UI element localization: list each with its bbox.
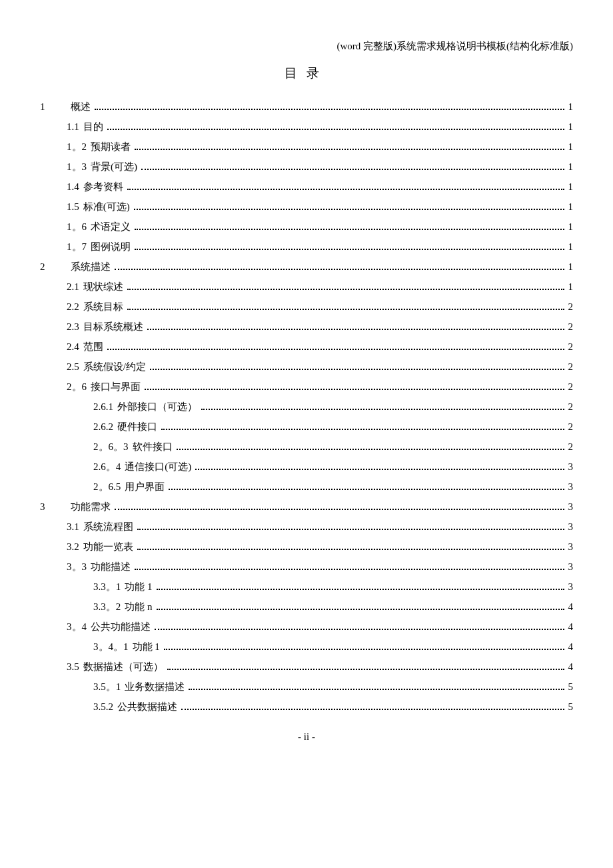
toc-entry-number: 2。6.5: [93, 477, 121, 497]
toc-entry[interactable]: 3.2功能一览表3: [67, 537, 573, 557]
toc-entry-title: 软件接口: [133, 437, 173, 457]
toc-entry[interactable]: 1.1目的1: [67, 117, 573, 137]
toc-entry-page: 5: [568, 677, 574, 697]
toc-entry[interactable]: 3。4公共功能描述4: [67, 617, 573, 637]
toc-entry[interactable]: 3.5数据描述（可选）4: [67, 657, 573, 677]
toc-entry-title: 系统目标: [83, 297, 123, 317]
toc-entry[interactable]: 3。3功能描述3: [67, 557, 573, 577]
toc-leader-dots: [201, 401, 564, 410]
toc-entry-title: 系统描述: [71, 257, 111, 277]
toc-entry-page: 2: [568, 297, 574, 317]
toc-entry[interactable]: 2.6。4通信接口(可选)3: [93, 457, 573, 477]
toc-leader-dots: [157, 601, 564, 610]
toc-entry-number: 2.4: [67, 337, 79, 357]
toc-entry-page: 3: [568, 557, 574, 577]
toc-entry[interactable]: 2.1现状综述1: [67, 277, 573, 297]
toc-leader-dots: [169, 481, 564, 490]
toc-entry-page: 2: [568, 417, 574, 437]
toc-entry[interactable]: 2.3目标系统概述2: [67, 317, 573, 337]
toc-entry-title: 概述: [71, 97, 91, 117]
toc-entry-title: 背景(可选): [91, 157, 137, 177]
toc-entry-page: 1: [568, 237, 574, 257]
toc-entry-title: 功能一览表: [83, 537, 133, 557]
toc-entry-number: 2.2: [67, 297, 79, 317]
toc-title: 目录: [40, 65, 573, 82]
toc-entry-number: 2.6。4: [93, 457, 121, 477]
toc-entry[interactable]: 1概述1: [40, 97, 573, 117]
toc-entry[interactable]: 3.1系统流程图3: [67, 517, 573, 537]
toc-entry-page: 1: [568, 177, 574, 197]
toc-entry-page: 1: [568, 217, 574, 237]
toc-entry[interactable]: 2.6.2硬件接口2: [93, 417, 573, 437]
toc-entry[interactable]: 2.2系统目标2: [67, 297, 573, 317]
toc-entry[interactable]: 2.4范围2: [67, 337, 573, 357]
toc-entry[interactable]: 2。6。3软件接口2: [93, 437, 573, 457]
toc-entry-title: 现状综述: [83, 277, 123, 297]
toc-entry-page: 3: [568, 477, 574, 497]
toc-entry-page: 2: [568, 437, 574, 457]
toc-entry[interactable]: 2系统描述1: [40, 257, 573, 277]
toc-entry-number: 3。4。1: [93, 637, 129, 657]
toc-entry[interactable]: 1.5标准(可选)1: [67, 197, 573, 217]
toc-entry-number: 2.1: [67, 277, 79, 297]
toc-entry[interactable]: 2.5系统假设/约定2: [67, 357, 573, 377]
toc-entry-number: 3.3。1: [93, 577, 121, 597]
toc-entry-number: 1。7: [67, 237, 87, 257]
toc-entry[interactable]: 3。4。1功能 14: [93, 637, 573, 657]
toc-entry-title: 接口与界面: [91, 377, 141, 397]
toc-entry-number: 3.2: [67, 537, 79, 557]
toc-entry-page: 3: [568, 517, 574, 537]
toc-entry[interactable]: 3.5。1业务数据描述5: [93, 677, 573, 697]
toc-leader-dots: [115, 501, 564, 510]
toc-leader-dots: [135, 141, 564, 150]
toc-entry-page: 2: [568, 337, 574, 357]
toc-leader-dots: [137, 521, 564, 530]
toc-entry-number: 2: [40, 257, 67, 277]
toc-entry[interactable]: 3.3。2功能 n4: [93, 597, 573, 617]
toc-entry-number: 3.5。1: [93, 677, 121, 697]
toc-entry-page: 1: [568, 117, 574, 137]
toc-entry[interactable]: 3.3。1功能 13: [93, 577, 573, 597]
toc-entry[interactable]: 1。3背景(可选)1: [67, 157, 573, 177]
toc-leader-dots: [127, 181, 564, 190]
toc-entry[interactable]: 3.5.2公共数据描述5: [93, 697, 573, 717]
toc-leader-dots: [107, 341, 564, 350]
toc-entry[interactable]: 2。6.5用户界面3: [93, 477, 573, 497]
toc-entry-page: 2: [568, 377, 574, 397]
toc-leader-dots: [147, 321, 564, 330]
toc-entry-title: 外部接口（可选）: [117, 397, 197, 417]
toc-entry-number: 1.1: [67, 117, 79, 137]
toc-entry-number: 1.4: [67, 177, 79, 197]
toc-entry[interactable]: 3功能需求3: [40, 497, 573, 517]
toc-leader-dots: [155, 621, 564, 630]
toc-leader-dots: [134, 201, 564, 210]
toc-entry-page: 5: [568, 697, 574, 717]
toc-leader-dots: [195, 461, 564, 470]
toc-entry-page: 1: [568, 257, 574, 277]
toc-entry-title: 系统假设/约定: [83, 357, 146, 377]
toc-entry-page: 3: [568, 497, 574, 517]
toc-entry[interactable]: 1.4参考资料1: [67, 177, 573, 197]
toc-entry[interactable]: 2。6接口与界面2: [67, 377, 573, 397]
toc-entry-page: 4: [568, 657, 574, 677]
toc-entry[interactable]: 1。7图例说明1: [67, 237, 573, 257]
toc-entry-title: 参考资料: [83, 177, 123, 197]
toc-entry-page: 3: [568, 537, 574, 557]
toc-entry-number: 1。2: [67, 137, 87, 157]
toc-entry-title: 数据描述（可选）: [83, 657, 163, 677]
toc-entry-page: 1: [568, 97, 574, 117]
page-number-footer: - ii -: [40, 731, 573, 743]
toc-entry[interactable]: 1。6术语定义1: [67, 217, 573, 237]
toc-leader-dots: [150, 361, 564, 370]
toc-entry-title: 功能 1: [125, 577, 152, 597]
toc-entry-number: 3.5.2: [93, 697, 113, 717]
toc-entry-number: 2.6.1: [93, 397, 113, 417]
toc-leader-dots: [145, 381, 564, 390]
toc-leader-dots: [141, 161, 564, 170]
toc-leader-dots: [107, 121, 564, 130]
toc-entry-number: 2.6.2: [93, 417, 113, 437]
toc-entry[interactable]: 1。2预期读者1: [67, 137, 573, 157]
toc-entry-number: 3.3。2: [93, 597, 121, 617]
toc-entry[interactable]: 2.6.1外部接口（可选）2: [93, 397, 573, 417]
toc-leader-dots: [167, 661, 564, 670]
